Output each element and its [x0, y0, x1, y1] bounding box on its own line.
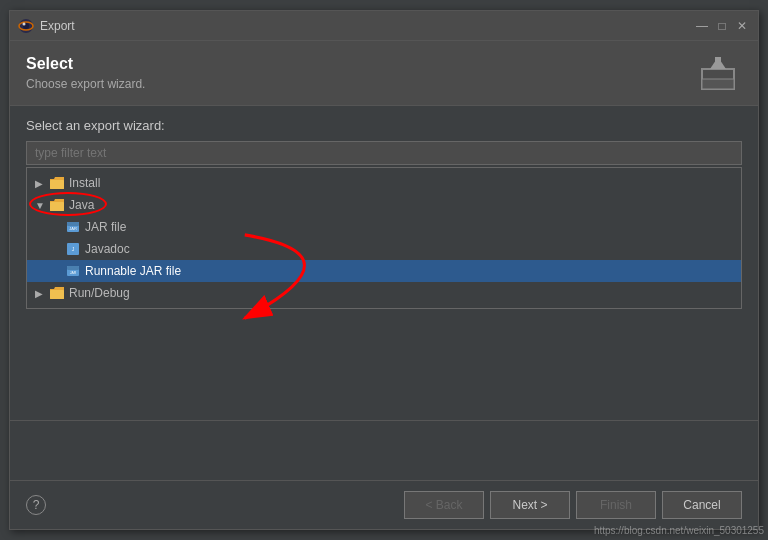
- toggle-java[interactable]: ▼: [35, 200, 49, 211]
- toggle-rundebug[interactable]: ▶: [35, 288, 49, 299]
- svg-rect-6: [715, 57, 721, 69]
- app-icon: [18, 18, 34, 34]
- window-title: Export: [40, 19, 694, 33]
- export-icon: [694, 53, 742, 93]
- minimize-button[interactable]: —: [694, 18, 710, 34]
- header-title: Select: [26, 55, 145, 73]
- tree-label-javadoc: Javadoc: [85, 242, 130, 256]
- svg-rect-16: [67, 266, 79, 270]
- folder-icon-install: [49, 175, 65, 191]
- javadoc-icon: J: [65, 241, 81, 257]
- svg-rect-9: [50, 202, 64, 211]
- filter-input[interactable]: [26, 141, 742, 165]
- tree-inner[interactable]: ▶ Install ▼: [27, 168, 741, 308]
- header-subtitle: Choose export wizard.: [26, 77, 145, 91]
- tree-row-javadoc[interactable]: J Javadoc: [27, 238, 741, 260]
- empty-section: [10, 420, 758, 480]
- tree-label-install: Install: [69, 176, 100, 190]
- back-button[interactable]: < Back: [404, 491, 484, 519]
- next-button[interactable]: Next >: [490, 491, 570, 519]
- header-text: Select Choose export wizard.: [26, 55, 145, 91]
- tree-row-runnable-jar[interactable]: JAR Runnable JAR file: [27, 260, 741, 282]
- tree-wrapper: ▶ Install ▼: [26, 167, 742, 408]
- tree-row-jar[interactable]: JAR JAR file: [27, 216, 741, 238]
- svg-rect-7: [702, 79, 734, 89]
- maximize-button[interactable]: □: [714, 18, 730, 34]
- window-controls: — □ ✕: [694, 18, 750, 34]
- tree-label-rundebug: Run/Debug: [69, 286, 130, 300]
- tree-row-java[interactable]: ▼ Java: [27, 194, 741, 216]
- title-bar: Export — □ ✕: [10, 11, 758, 41]
- content-label: Select an export wizard:: [26, 118, 742, 133]
- close-button[interactable]: ✕: [734, 18, 750, 34]
- toggle-install[interactable]: ▶: [35, 178, 49, 189]
- tree-label-java: Java: [69, 198, 94, 212]
- tree-label-jar: JAR file: [85, 220, 126, 234]
- runnable-jar-icon: JAR: [65, 263, 81, 279]
- finish-button[interactable]: Finish: [576, 491, 656, 519]
- cancel-button[interactable]: Cancel: [662, 491, 742, 519]
- help-button[interactable]: ?: [26, 495, 46, 515]
- svg-text:JAR: JAR: [69, 226, 77, 231]
- header-section: Select Choose export wizard.: [10, 41, 758, 106]
- folder-icon-java: [49, 197, 65, 213]
- svg-rect-8: [50, 180, 64, 189]
- export-dialog: Export — □ ✕ Select Choose export wizard…: [9, 10, 759, 530]
- jar-icon: JAR: [65, 219, 81, 235]
- svg-text:JAR: JAR: [70, 271, 77, 275]
- watermark: https://blog.csdn.net/weixin_50301255: [594, 525, 764, 536]
- tree-row-rundebug[interactable]: ▶ Run/Debug: [27, 282, 741, 304]
- content-section: Select an export wizard: ▶ Install: [10, 106, 758, 420]
- tree-label-runnable-jar: Runnable JAR file: [85, 264, 181, 278]
- folder-icon-rundebug: [49, 285, 65, 301]
- svg-rect-18: [50, 290, 64, 299]
- svg-point-3: [23, 22, 26, 25]
- button-bar: ? < Back Next > Finish Cancel: [10, 480, 758, 529]
- tree-row-install[interactable]: ▶ Install: [27, 172, 741, 194]
- tree-container: ▶ Install ▼: [26, 167, 742, 309]
